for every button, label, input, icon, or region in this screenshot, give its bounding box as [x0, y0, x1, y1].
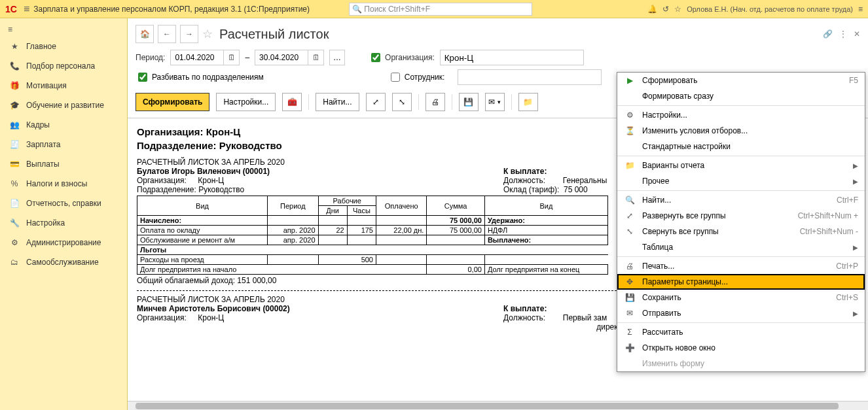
sidebar-item[interactable]: 📞Подбор персонала [0, 56, 127, 76]
menu-item[interactable]: ⤡ Свернуть все группы Ctrl+Shift+Num - [617, 224, 865, 239]
menu-separator [617, 156, 865, 156]
menu-item[interactable]: 🔍 Найти... Ctrl+F [617, 192, 865, 208]
calendar-icon[interactable]: 🗓 [223, 50, 239, 65]
sidebar-item[interactable]: %Налоги и взносы [0, 174, 127, 194]
sidebar-item[interactable]: 🔧Настройка [0, 213, 127, 233]
collapse-button[interactable]: ⤡ [392, 93, 412, 111]
menu-item[interactable]: ⤢ Развернуть все группы Ctrl+Shift+Num + [617, 208, 865, 224]
menu-item[interactable]: ✥ Параметры страницы... [617, 274, 865, 290]
menu-item-label: Стандартные настройки [642, 142, 858, 151]
sidebar-item[interactable]: 📄Отчетность, справки [0, 194, 127, 213]
menu-item[interactable]: Стандартные настройки [617, 139, 865, 154]
back-button[interactable]: ← [158, 25, 176, 43]
options-button[interactable]: 🧰 [282, 93, 302, 111]
date-to-input[interactable] [255, 50, 308, 65]
menu-item-label: Сформировать [642, 76, 842, 85]
settings-button[interactable]: Настройки... [216, 93, 276, 111]
menu-item[interactable]: Формировать сразу [617, 88, 865, 104]
page-header: 🏠 ← → ☆ Расчетный листок 🔗 ⋮ ✕ [128, 18, 868, 47]
menu-item-label: Сохранить [642, 293, 829, 302]
dash: – [245, 53, 249, 62]
menu-item-icon: ⚙ [624, 111, 636, 120]
menu-item[interactable]: ✉ Отправить ▶ [617, 305, 865, 321]
period-picker-button[interactable]: … [329, 50, 345, 65]
home-button[interactable]: 🏠 [136, 25, 154, 43]
sidebar-label: Самообслуживание [26, 258, 99, 267]
menu-item-label: Варианты отчета [642, 161, 846, 170]
scrollbar-thumb[interactable] [136, 403, 839, 409]
expand-button[interactable]: ⤢ [366, 93, 386, 111]
variants-button[interactable]: 📁 [518, 93, 538, 111]
menu-item-icon: ⤡ [624, 227, 636, 236]
sidebar-label: Подбор персонала [26, 61, 95, 71]
sidebar-toggle[interactable]: ≡ [0, 22, 127, 37]
org-checkbox[interactable]: Организация: [369, 51, 435, 64]
menu-item-label: Печать... [642, 262, 829, 271]
org-input[interactable] [440, 50, 584, 65]
org-checkbox-input[interactable] [371, 53, 380, 62]
submenu-arrow-icon: ▶ [853, 162, 858, 169]
menu-item[interactable]: Изменить форму [617, 356, 865, 371]
employee-label: Сотрудник: [405, 73, 445, 82]
menu-item[interactable]: Прочее ▶ [617, 173, 865, 189]
split-checkbox-input[interactable] [138, 73, 147, 82]
bell-icon[interactable]: 🔔 [647, 5, 657, 14]
favorite-icon[interactable]: ☆ [202, 27, 213, 41]
menu-hotkey: Ctrl+Shift+Num + [798, 211, 858, 220]
sidebar-label: Настройка [26, 218, 65, 228]
sidebar-item[interactable]: 🎓Обучение и развитие [0, 95, 127, 115]
history-icon[interactable]: ↺ [662, 5, 669, 14]
sidebar-item[interactable]: 💳Выплаты [0, 154, 127, 174]
employee-input[interactable] [458, 69, 602, 85]
sidebar-label: Мотивация [26, 81, 67, 90]
sidebar-icon: % [9, 179, 20, 188]
period-label: Период: [136, 53, 165, 62]
menu-item[interactable]: ⚙ Настройки... [617, 107, 865, 123]
sidebar-icon: 🎓 [9, 101, 20, 110]
find-button[interactable]: Найти... [316, 93, 359, 111]
user-label[interactable]: Орлова Е.Н. (Нач. отд. расчетов по оплат… [687, 5, 853, 13]
panel-icon[interactable]: ≡ [858, 5, 863, 14]
date-from[interactable]: 🗓 [170, 50, 240, 65]
menu-item[interactable]: ⏳ Изменить условия отборов... [617, 123, 865, 139]
global-search[interactable]: 🔍 Поиск Ctrl+Shift+F [349, 3, 532, 16]
menu-item[interactable]: 🖨 Печать... Ctrl+P [617, 258, 865, 274]
print-button[interactable]: 🖨 [425, 93, 445, 111]
sidebar-item[interactable]: ★Главное [0, 37, 127, 56]
sidebar-item[interactable]: ⚙Администрирование [0, 233, 127, 252]
more-icon[interactable]: ⋮ [839, 29, 847, 39]
main-menu-icon[interactable]: ≡ [24, 3, 29, 15]
calendar-icon[interactable]: 🗓 [308, 50, 323, 65]
employee-2: Минчев Аристотель Борисович (00002) [137, 304, 490, 313]
menu-hotkey: Ctrl+F [837, 196, 858, 205]
context-menu: ▶ Сформировать F5 Формировать сразу ⚙ На… [617, 72, 865, 372]
sidebar-item[interactable]: 🗂Самообслуживание [0, 252, 127, 272]
menu-item[interactable]: Таблица ▶ [617, 239, 865, 255]
generate-button[interactable]: Сформировать [136, 93, 209, 111]
menu-separator [617, 105, 865, 106]
menu-item[interactable]: 📁 Варианты отчета ▶ [617, 158, 865, 173]
employee-checkbox-input[interactable] [391, 73, 400, 82]
menu-item-label: Отправить [642, 309, 846, 318]
date-to[interactable]: 🗓 [255, 50, 324, 65]
horizontal-scrollbar[interactable] [128, 401, 868, 410]
menu-item[interactable]: 💾 Сохранить Ctrl+S [617, 290, 865, 305]
menu-item-label: Найти... [642, 196, 830, 205]
menu-item[interactable]: ➕ Открыть новое окно [617, 340, 865, 356]
close-icon[interactable]: ✕ [854, 29, 860, 39]
sidebar-item[interactable]: 👥Кадры [0, 115, 127, 135]
menu-item[interactable]: Σ Рассчитать [617, 324, 865, 340]
save-button[interactable]: 💾 [459, 93, 479, 111]
forward-button[interactable]: → [180, 25, 198, 43]
menu-item[interactable]: ▶ Сформировать F5 [617, 73, 865, 88]
link-icon[interactable]: 🔗 [823, 29, 833, 39]
date-from-input[interactable] [171, 50, 223, 65]
employee-checkbox[interactable]: Сотрудник: [388, 71, 445, 84]
split-checkbox[interactable]: Разбивать по подразделениям [136, 71, 264, 84]
send-button[interactable]: ✉▾ [485, 93, 505, 111]
menu-item-icon: 📁 [624, 161, 636, 170]
sidebar-item[interactable]: 🎁Мотивация [0, 76, 127, 95]
sidebar-item[interactable]: 🧾Зарплата [0, 135, 127, 154]
app-title: Зарплата и управление персоналом КОРП, р… [33, 5, 310, 14]
star-icon[interactable]: ☆ [674, 5, 681, 14]
